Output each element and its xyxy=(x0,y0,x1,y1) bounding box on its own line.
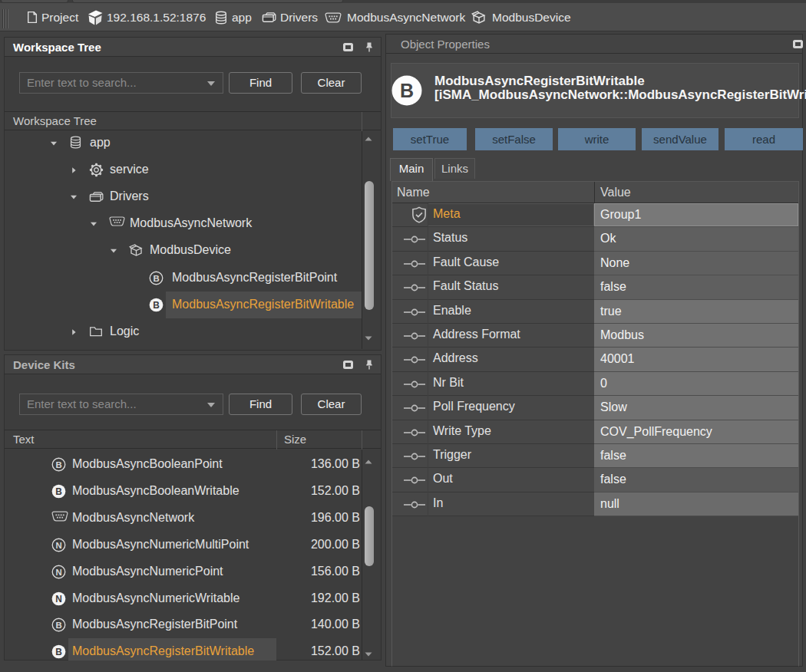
svg-text:B: B xyxy=(400,80,414,101)
svg-text:B: B xyxy=(55,647,62,657)
svg-text:B: B xyxy=(55,460,61,469)
svg-text:N: N xyxy=(55,594,62,604)
svg-text:N: N xyxy=(55,568,61,577)
svg-text:B: B xyxy=(55,621,61,630)
svg-text:B: B xyxy=(55,486,62,497)
svg-text:B: B xyxy=(153,274,159,283)
svg-text:N: N xyxy=(55,541,61,550)
svg-text:B: B xyxy=(153,300,160,311)
